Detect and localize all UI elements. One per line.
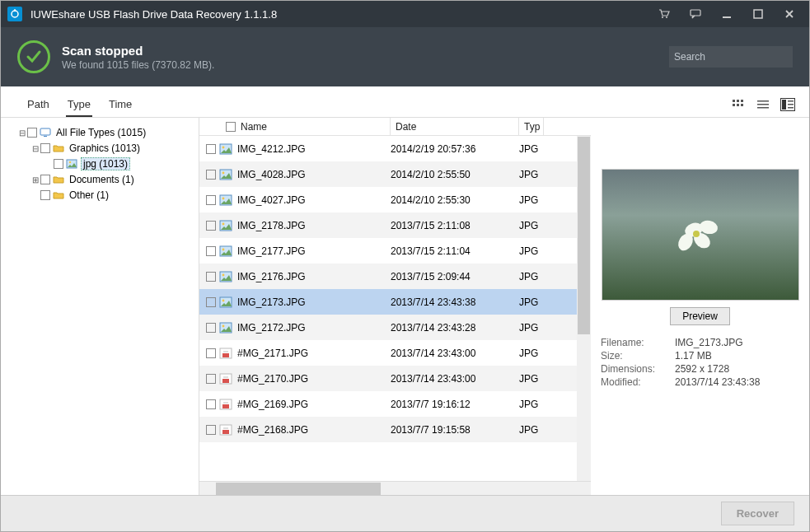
file-row[interactable]: #MG_2170.JPG2013/7/14 23:43:00JPG xyxy=(199,366,591,391)
tree-jpg[interactable]: ·jpg (1013) xyxy=(44,156,195,171)
file-list-header: Name Date Typ xyxy=(199,118,591,136)
tab-path[interactable]: Path xyxy=(26,93,51,117)
file-type: JPG xyxy=(519,348,544,359)
svg-rect-44 xyxy=(222,379,229,383)
file-list: Name Date Typ IMG_4212.JPG2014/2/19 20:5… xyxy=(199,118,591,495)
file-row[interactable]: #MG_2168.JPG2013/7/7 19:15:58JPG xyxy=(199,417,591,442)
search-box[interactable] xyxy=(669,46,793,68)
feedback-icon[interactable] xyxy=(689,7,702,21)
file-row[interactable]: IMG_2176.JPG2013/7/15 2:09:44JPG xyxy=(199,264,591,289)
file-row[interactable]: #MG_2169.JPG2013/7/7 19:16:12JPG xyxy=(199,391,591,417)
tree-root[interactable]: ⊟All File Types (1015) xyxy=(17,125,195,140)
svg-rect-10 xyxy=(741,100,743,102)
meta-dimensions-label: Dimensions: xyxy=(601,363,675,375)
file-row[interactable]: IMG_2177.JPG2013/7/15 2:11:04JPG xyxy=(199,238,591,264)
file-type: JPG xyxy=(519,220,544,231)
file-row[interactable]: IMG_4028.JPG2014/2/10 2:55:50JPG xyxy=(199,161,591,187)
maximize-icon[interactable] xyxy=(751,7,765,21)
file-row[interactable]: IMG_4212.JPG2014/2/19 20:57:36JPG xyxy=(199,136,591,161)
svg-rect-18 xyxy=(788,100,794,102)
tree-expand-icon[interactable]: ⊞ xyxy=(30,175,40,184)
col-name[interactable]: Name xyxy=(241,121,267,133)
recover-button[interactable]: Recover xyxy=(721,502,794,525)
file-row[interactable]: IMG_2173.JPG2013/7/14 23:43:38JPG xyxy=(199,289,591,315)
checkbox[interactable] xyxy=(206,425,216,435)
preview-image xyxy=(602,169,799,301)
meta-modified-value: 2013/7/14 23:43:38 xyxy=(675,376,799,388)
meta-filename-label: Filename: xyxy=(601,337,675,348)
checkbox[interactable] xyxy=(206,374,216,384)
checkbox[interactable] xyxy=(206,399,216,409)
checkbox[interactable] xyxy=(206,323,216,333)
file-name: IMG_2178.JPG xyxy=(237,220,391,231)
checkbox[interactable] xyxy=(206,221,216,231)
view-list-icon[interactable] xyxy=(756,99,770,110)
checkbox[interactable] xyxy=(206,297,216,307)
col-type[interactable]: Typ xyxy=(519,118,544,135)
file-row[interactable]: #MG_2171.JPG2013/7/14 23:43:00JPG xyxy=(199,340,591,366)
image-icon xyxy=(219,194,232,206)
cart-icon[interactable] xyxy=(658,7,671,21)
file-type: JPG xyxy=(519,143,544,155)
status-subtext: We found 1015 files (7370.82 MB). xyxy=(62,59,214,71)
checkbox[interactable] xyxy=(54,159,63,169)
meta-modified-label: Modified: xyxy=(601,376,675,388)
file-date: 2013/7/14 23:43:00 xyxy=(391,373,519,385)
svg-rect-13 xyxy=(741,104,743,106)
tree-collapse-icon[interactable]: ⊟ xyxy=(17,128,26,138)
svg-point-24 xyxy=(69,161,71,163)
search-input[interactable] xyxy=(674,51,798,63)
preview-button[interactable]: Preview xyxy=(670,307,730,325)
file-name: IMG_2173.JPG xyxy=(237,296,391,308)
file-row[interactable]: IMG_2172.JPG2013/7/14 23:43:28JPG xyxy=(199,315,591,340)
file-row[interactable]: IMG_2178.JPG2013/7/15 2:11:08JPG xyxy=(199,212,591,238)
checkbox[interactable] xyxy=(40,175,50,184)
svg-point-36 xyxy=(222,273,225,276)
tree-collapse-icon[interactable]: ⊟ xyxy=(30,144,40,153)
checkbox[interactable] xyxy=(40,143,50,153)
file-type: JPG xyxy=(519,169,544,180)
image-icon xyxy=(219,143,232,155)
tree-documents[interactable]: ⊞Documents (1) xyxy=(30,172,195,187)
file-row[interactable]: IMG_4027.JPG2014/2/10 2:55:30JPG xyxy=(199,187,591,212)
scrollbar-thumb[interactable] xyxy=(578,137,590,334)
preview-panel: Preview Filename: IMG_2173.JPG Size: 1.1… xyxy=(591,118,809,495)
tree-other[interactable]: ·Other (1) xyxy=(30,188,195,203)
tab-time[interactable]: Time xyxy=(107,93,133,117)
checkbox[interactable] xyxy=(40,190,50,200)
checkbox[interactable] xyxy=(206,195,216,205)
svg-rect-1 xyxy=(14,9,15,12)
scrollbar-thumb[interactable] xyxy=(216,483,381,495)
file-date: 2013/7/14 23:43:00 xyxy=(391,348,519,359)
svg-point-32 xyxy=(222,222,225,225)
vertical-scrollbar[interactable] xyxy=(577,136,591,481)
minimize-icon[interactable] xyxy=(720,7,733,21)
view-grid-icon[interactable] xyxy=(732,99,745,110)
file-date: 2013/7/15 2:11:08 xyxy=(391,220,519,231)
horizontal-scrollbar[interactable] xyxy=(199,481,591,495)
file-name: IMG_2172.JPG xyxy=(237,322,391,334)
checkbox[interactable] xyxy=(206,246,216,256)
checkbox[interactable] xyxy=(27,128,37,138)
svg-point-40 xyxy=(222,324,225,327)
view-detail-icon[interactable] xyxy=(781,99,794,110)
checkbox[interactable] xyxy=(206,170,216,180)
select-all-checkbox[interactable] xyxy=(226,122,236,132)
sidebar-tree: ⊟All File Types (1015) ⊟Graphics (1013) … xyxy=(1,118,199,495)
computer-icon xyxy=(40,128,51,138)
svg-rect-11 xyxy=(733,104,735,106)
checkbox[interactable] xyxy=(206,272,216,282)
file-type: JPG xyxy=(519,194,544,206)
svg-rect-14 xyxy=(757,100,769,102)
close-icon[interactable] xyxy=(783,7,796,21)
tab-type[interactable]: Type xyxy=(66,93,92,117)
checkbox[interactable] xyxy=(206,144,216,154)
app-logo-icon xyxy=(7,7,22,21)
svg-rect-48 xyxy=(222,430,229,434)
checkbox[interactable] xyxy=(206,348,216,358)
svg-rect-17 xyxy=(782,100,786,110)
file-date: 2014/2/10 2:55:30 xyxy=(391,194,519,206)
toolbar: Path Type Time xyxy=(1,86,809,118)
col-date[interactable]: Date xyxy=(391,118,519,135)
tree-graphics[interactable]: ⊟Graphics (1013) xyxy=(30,141,195,156)
